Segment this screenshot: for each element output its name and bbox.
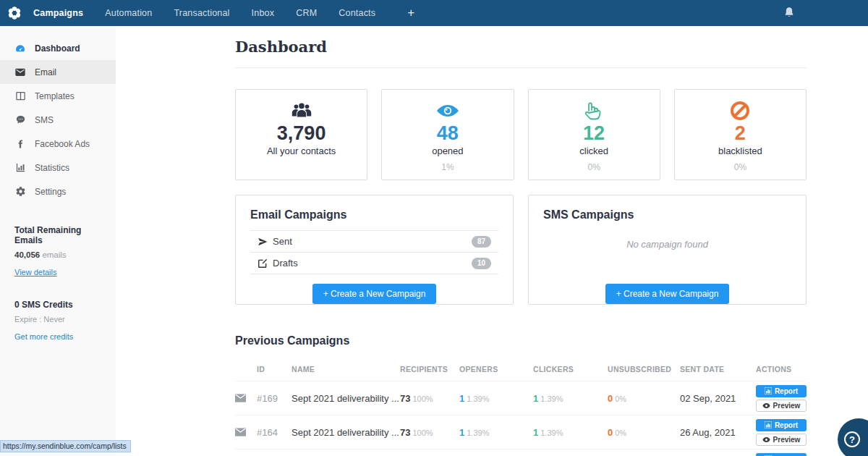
- email-drafts-row[interactable]: Drafts 10: [250, 253, 498, 274]
- contacts-count: 3,790: [277, 123, 326, 145]
- table-row[interactable]: #164 Sept 2021 deliverability ... 73100%…: [235, 415, 807, 449]
- sidebar-item-statistics[interactable]: Statistics: [0, 156, 116, 180]
- sidebar-item-label: Settings: [35, 187, 66, 197]
- col-header-recipients: RECIPIENTS: [400, 365, 459, 373]
- nav-item-inbox[interactable]: Inbox: [252, 8, 275, 18]
- sidebar-item-facebook-ads[interactable]: Facebook Ads: [0, 132, 116, 156]
- opened-count: 48: [437, 123, 459, 145]
- openers-cell: 11.39%: [459, 427, 533, 438]
- nav-item-transactional[interactable]: Transactional: [174, 8, 229, 18]
- stat-card-blacklisted[interactable]: 2 blacklisted 0%: [674, 89, 807, 180]
- clicked-count: 12: [583, 123, 605, 145]
- opened-label: opened: [432, 145, 463, 156]
- nav-item-campaigns[interactable]: Campaigns: [33, 8, 83, 18]
- templates-icon: [14, 90, 26, 102]
- sidebar-item-label: Templates: [35, 91, 75, 101]
- remaining-emails-title: Total Remaining Emails: [14, 225, 107, 245]
- gear-icon: [14, 186, 26, 198]
- previous-campaigns-title: Previous Campaigns: [235, 334, 807, 347]
- sms-campaigns-card: SMS Campaigns No campaign found + Create…: [528, 195, 807, 305]
- nav-item-automation[interactable]: Automation: [105, 8, 152, 18]
- stat-cards: 3,790 All your contacts 48 opened 1%: [235, 89, 807, 180]
- nav-item-contacts[interactable]: Contacts: [339, 8, 375, 18]
- report-button[interactable]: Report: [756, 385, 807, 397]
- eye-icon: [435, 100, 460, 122]
- clicked-pct: 0%: [587, 162, 600, 172]
- col-header-clickers: CLICKERS: [533, 365, 608, 373]
- opened-pct: 1%: [441, 162, 454, 172]
- blacklisted-count: 2: [735, 123, 746, 145]
- col-header-unsubscribed: UNSUBSCRIBED: [608, 365, 680, 373]
- create-email-campaign-button[interactable]: + Create a New Campaign: [312, 284, 437, 304]
- clickers-cell: 11.39%: [533, 427, 608, 438]
- campaigns-table: ID NAME RECIPIENTS OPENERS CLICKERS UNSU…: [235, 358, 807, 456]
- status-url-tooltip: https://my.sendinblue.com/camp/lists: [0, 440, 131, 452]
- envelope-icon: [235, 428, 257, 436]
- main-content: Dashboard 3,790 All your contacts: [116, 26, 868, 456]
- col-header-name: NAME: [292, 365, 400, 373]
- top-nav: Campaigns Automation Transactional Inbox…: [0, 0, 868, 26]
- statistics-icon: [14, 162, 26, 174]
- question-mark-icon: ?: [844, 431, 860, 447]
- preview-button[interactable]: Preview: [756, 400, 807, 412]
- unsubscribed-cell: 00%: [608, 393, 680, 404]
- contacts-label: All your contacts: [267, 145, 336, 156]
- table-header-row: ID NAME RECIPIENTS OPENERS CLICKERS UNSU…: [235, 358, 807, 381]
- paper-plane-icon: [258, 237, 268, 247]
- nav-item-crm[interactable]: CRM: [296, 8, 317, 18]
- campaign-cards: Email Campaigns Sent 87: [235, 195, 807, 305]
- page-title: Dashboard: [235, 26, 807, 56]
- sidebar-item-label: Dashboard: [35, 43, 80, 54]
- report-button[interactable]: Report: [756, 419, 807, 431]
- table-row[interactable]: #132 Deliverability Jan 2021 r... 74100%…: [235, 449, 807, 456]
- sidebar-item-label: SMS: [35, 115, 54, 125]
- sms-empty-message: No campaign found: [543, 239, 791, 250]
- sms-credits-title: 0 SMS Credits: [14, 300, 107, 310]
- sidebar-item-label: Statistics: [35, 163, 69, 173]
- email-campaigns-list: Sent 87 Drafts 10: [250, 230, 498, 274]
- email-sent-label: Sent: [273, 236, 292, 247]
- nav-add-button[interactable]: +: [407, 6, 414, 20]
- campaign-name: Sept 2021 deliverability ...: [292, 393, 400, 404]
- preview-button[interactable]: Preview: [756, 434, 807, 446]
- campaign-id: #164: [257, 427, 292, 438]
- get-more-credits-link[interactable]: Get more credits: [14, 332, 73, 341]
- sidebar-item-settings[interactable]: Settings: [0, 180, 116, 203]
- table-row[interactable]: #169 Sept 2021 deliverability ... 73100%…: [235, 381, 807, 415]
- col-header-actions: ACTIONS: [756, 365, 807, 373]
- sms-credits-section: 0 SMS Credits Expire : Never Get more cr…: [0, 300, 116, 342]
- email-sent-row[interactable]: Sent 87: [250, 231, 498, 253]
- clicked-label: clicked: [579, 145, 608, 156]
- report-button[interactable]: Report: [756, 453, 807, 456]
- sidebar-item-dashboard[interactable]: Dashboard: [0, 36, 116, 60]
- recipients-cell: 73100%: [400, 427, 459, 438]
- create-sms-campaign-button[interactable]: + Create a New Campaign: [605, 284, 730, 304]
- hand-pointer-icon: [584, 100, 603, 122]
- sidebar-item-templates[interactable]: Templates: [0, 84, 116, 108]
- stat-card-opened[interactable]: 48 opened 1%: [381, 89, 514, 180]
- facebook-icon: [14, 138, 26, 150]
- clickers-cell: 11.39%: [533, 393, 608, 404]
- users-icon: [289, 100, 314, 122]
- actions-cell: Report Preview: [756, 385, 807, 412]
- blacklisted-pct: 0%: [734, 162, 746, 172]
- sms-campaigns-title: SMS Campaigns: [543, 208, 791, 221]
- gauge-icon: [14, 43, 26, 54]
- stat-card-contacts[interactable]: 3,790 All your contacts: [235, 89, 367, 180]
- email-drafts-label: Drafts: [273, 258, 298, 269]
- stat-card-clicked[interactable]: 12 clicked 0%: [528, 89, 660, 180]
- remaining-emails-value: 40,056 emails: [14, 250, 107, 259]
- sidebar-item-sms[interactable]: SMS: [0, 108, 116, 132]
- envelope-icon: [14, 67, 26, 78]
- openers-cell: 11.39%: [459, 393, 533, 404]
- sidebar-item-email[interactable]: Email: [0, 60, 116, 84]
- sendinblue-logo-icon[interactable]: [6, 4, 23, 22]
- campaign-name: Sept 2021 deliverability ...: [292, 427, 400, 438]
- sidebar: Dashboard Email Templates SMS: [0, 26, 116, 456]
- sms-credits-expire: Expire : Never: [14, 315, 107, 324]
- ban-icon: [730, 100, 750, 122]
- remaining-emails-section: Total Remaining Emails 40,056 emails Vie…: [0, 225, 116, 278]
- bell-icon[interactable]: [783, 6, 796, 19]
- actions-cell: Report Preview: [756, 453, 807, 456]
- view-details-link[interactable]: View details: [14, 268, 57, 276]
